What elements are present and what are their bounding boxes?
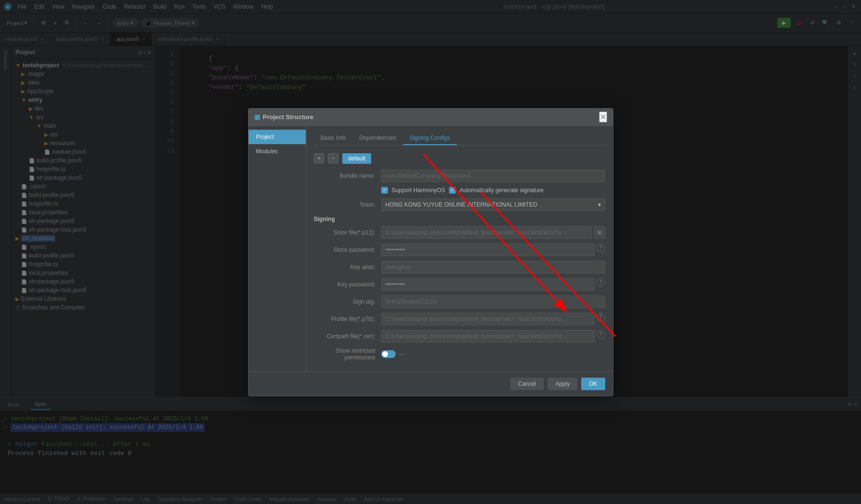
key-password-row: Key password: ? <box>314 278 605 291</box>
bundle-name-row: Bundle name: <box>314 170 605 182</box>
profile-file-help[interactable]: ? <box>597 313 605 321</box>
dialog-tab-bar: Basic Info Dependencies Signing Configs <box>314 132 605 146</box>
add-config-button[interactable]: + <box>314 153 324 163</box>
key-alias-row: Key alias: <box>314 261 605 273</box>
support-harmonyos-label: Support HarmonyOS <box>392 187 445 194</box>
key-password-help[interactable]: ? <box>597 278 605 287</box>
dialog-tab-signing-configs[interactable]: Signing Configs <box>403 132 457 145</box>
dialog-nav-project[interactable]: Project <box>249 130 306 144</box>
dialog-sidebar: Project Modules <box>249 126 306 371</box>
team-row: Team: HONG KONG YUYUE ONLINE INTERNATION… <box>314 198 605 211</box>
team-value: HONG KONG YUYUE ONLINE INTERNATIONAL LIM… <box>386 201 537 208</box>
remove-config-button[interactable]: − <box>328 153 338 163</box>
team-selector[interactable]: HONG KONG YUYUE ONLINE INTERNATIONAL LIM… <box>381 198 605 211</box>
dialog-overlay: ▦ Project Structure ✕ Project Modules Ba… <box>0 0 861 504</box>
profile-file-input[interactable] <box>381 313 595 325</box>
certpath-file-input[interactable] <box>381 330 595 343</box>
dialog-footer: Cancel Apply OK <box>249 371 613 396</box>
dialog-title-bar: ▦ Project Structure ✕ <box>249 109 613 126</box>
certpath-file-label: Certpath file(*.cer): <box>314 333 381 340</box>
support-harmonyos-checkbox[interactable]: ✓ <box>381 187 388 194</box>
team-field: HONG KONG YUYUE ONLINE INTERNATIONAL LIM… <box>381 198 605 211</box>
key-password-field: ? <box>381 278 605 291</box>
cancel-button[interactable]: Cancel <box>511 378 544 390</box>
dialog-title-icon: ▦ <box>254 113 260 121</box>
restricted-permissions-field: — <box>381 350 605 358</box>
store-password-row: Store password: ? <box>314 244 605 256</box>
team-dropdown-icon: ▾ <box>598 201 601 208</box>
store-password-help[interactable]: ? <box>597 244 605 252</box>
store-file-input[interactable] <box>381 226 592 239</box>
restricted-permissions-row: Show restricted permissions — <box>314 347 605 361</box>
auto-signature-label: Automatically generate signature <box>460 187 544 194</box>
key-alias-input[interactable] <box>381 261 605 273</box>
restricted-permissions-label: Show restricted permissions <box>314 347 381 361</box>
dialog-close-button[interactable]: ✕ <box>599 111 607 123</box>
store-file-browse-button[interactable]: ⊞ <box>594 226 605 239</box>
bundle-name-input[interactable] <box>381 170 605 182</box>
project-structure-dialog: ▦ Project Structure ✕ Project Modules Ba… <box>248 108 613 396</box>
bundle-name-label: Bundle name: <box>314 172 381 179</box>
dialog-main-content: Basic Info Dependencies Signing Configs … <box>306 126 613 371</box>
team-label: Team: <box>314 201 381 208</box>
signing-section-header: Signing <box>314 216 605 222</box>
signing-config-default[interactable]: default <box>342 153 371 164</box>
dialog-title: Project Structure <box>263 113 313 121</box>
key-alias-label: Key alias: <box>314 264 381 270</box>
key-alias-field <box>381 261 605 273</box>
checkbox-row: ✓ Support HarmonyOS ✓ Automatically gene… <box>314 187 605 194</box>
key-password-label: Key password: <box>314 281 381 288</box>
restricted-permissions-toggle[interactable] <box>381 350 396 358</box>
dialog-tab-basic-info[interactable]: Basic Info <box>314 132 353 145</box>
certpath-file-row: Certpath file(*.cer): ? <box>314 330 605 343</box>
dialog-nav-modules[interactable]: Modules <box>249 144 306 159</box>
key-password-input[interactable] <box>381 278 595 291</box>
profile-file-label: Profile file(*.p7b): <box>314 316 381 322</box>
store-password-field: ? <box>381 244 605 256</box>
sign-alg-label: Sign alg: <box>314 298 381 305</box>
auto-signature-checkbox[interactable]: ✓ <box>449 187 456 194</box>
dialog-body: Project Modules Basic Info Dependencies … <box>249 126 613 371</box>
store-file-row: Store file(*.p12): ⊞ <box>314 226 605 239</box>
store-password-input[interactable] <box>381 244 595 256</box>
ok-button[interactable]: OK <box>581 378 605 390</box>
store-file-field: ⊞ <box>381 226 605 239</box>
sign-alg-field <box>381 295 605 308</box>
profile-file-row: Profile file(*.p7b): ? <box>314 313 605 325</box>
store-file-label: Store file(*.p12): <box>314 229 381 236</box>
sign-alg-input[interactable] <box>381 295 605 308</box>
toggle-knob <box>382 351 388 357</box>
sign-alg-row: Sign alg: <box>314 295 605 308</box>
profile-file-field: ? <box>381 313 605 325</box>
toggle-off-label: — <box>399 351 404 356</box>
signing-config-row: + − default <box>314 153 605 164</box>
certpath-file-field: ? <box>381 330 605 343</box>
dialog-tab-dependencies[interactable]: Dependencies <box>352 132 403 145</box>
store-password-label: Store password: <box>314 246 381 253</box>
apply-button[interactable]: Apply <box>548 378 577 390</box>
certpath-file-help[interactable]: ? <box>597 330 605 339</box>
bundle-name-field <box>381 170 605 182</box>
